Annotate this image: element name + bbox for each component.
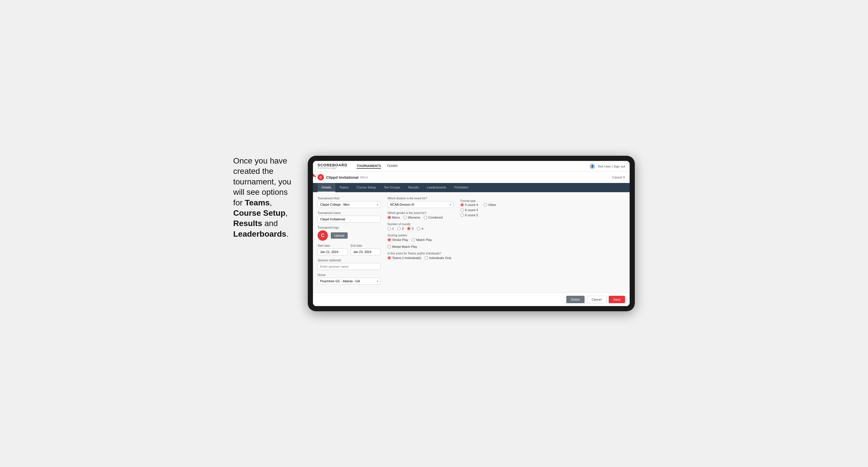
scoring-match[interactable]: Match Play — [412, 238, 432, 242]
tab-printables[interactable]: Printables — [451, 183, 472, 192]
tab-tee-groups[interactable]: Tee Groups — [380, 183, 404, 192]
nav-links: TOURNAMENTS TEAMS — [356, 164, 398, 169]
rounds-3[interactable]: 3 — [407, 227, 413, 230]
logo-icon: C — [317, 230, 328, 241]
start-date-field: Start date — [317, 244, 348, 255]
top-nav-right: 👤 Test User | Sign out — [589, 163, 625, 169]
gender-combined[interactable]: Combined — [424, 216, 443, 219]
teams-plus-individuals[interactable]: Teams (+Individuals) — [388, 256, 421, 259]
venue-group: Venue Peachtree GC - Atlanta - GA — [317, 273, 381, 285]
tournament-cancel-button[interactable]: Cancel X — [612, 176, 625, 179]
tournament-header: C Clippd Invitational (Men) Cancel X — [313, 172, 630, 183]
format-options: 5 count 4 Other 6 count 4 — [460, 203, 625, 217]
tablet-frame: SCOREBOARD Powered by clippd TOURNAMENTS… — [308, 156, 635, 311]
tournament-title: Clippd Invitational — [326, 175, 359, 180]
middle-column: Which division is the event for? NCAA Di… — [388, 197, 454, 288]
rounds-4[interactable]: 4 — [417, 227, 423, 230]
rounds-1[interactable]: 1 — [388, 227, 394, 230]
dates-group: Start date End date — [317, 244, 381, 255]
venue-select[interactable]: Peachtree GC - Atlanta - GA — [317, 278, 381, 285]
gender-mens[interactable]: Mens — [388, 216, 400, 219]
end-date-label: End date — [350, 244, 381, 247]
tournament-logo-label: Tournament logo — [317, 226, 381, 229]
tournament-name-group: Tournament name — [317, 211, 381, 223]
cancel-button[interactable]: Cancel — [587, 296, 607, 303]
start-date-input[interactable] — [317, 248, 348, 255]
sidebar-description: Once you have created the tournament, yo… — [233, 156, 296, 239]
tournament-icon: C — [317, 174, 324, 181]
rounds-2[interactable]: 2 — [397, 227, 404, 230]
individuals-only[interactable]: Individuals Only — [425, 256, 452, 259]
rounds-radio-group: 1 2 3 4 — [388, 227, 454, 230]
tournament-host-group: Tournament Host Clippd College - Men — [317, 197, 381, 208]
nav-teams[interactable]: TEAMS — [387, 164, 398, 169]
format-section: Format type 5 count 4 Other — [460, 197, 625, 218]
scoring-label: Scoring system — [388, 234, 454, 237]
logo-sub: Powered by clippd — [317, 167, 347, 169]
tab-course-setup[interactable]: Course Setup — [352, 183, 380, 192]
format-label: Format type — [460, 199, 475, 203]
format-6count4[interactable]: 6 count 4 — [460, 208, 478, 212]
right-column: Format type 5 count 4 Other — [460, 197, 625, 288]
teams-group: Is this event for Teams and/or Individua… — [388, 252, 454, 259]
venue-label: Venue — [317, 273, 381, 277]
nav-tournaments[interactable]: TOURNAMENTS — [356, 164, 381, 169]
teams-label: Is this event for Teams and/or Individua… — [388, 252, 454, 255]
form-footer: Delete Cancel Save — [313, 292, 630, 306]
user-sign-out[interactable]: Test User | Sign out — [597, 165, 625, 168]
tabs-bar: Details Teams Course Setup Tee Groups Re… — [313, 183, 630, 192]
division-select[interactable]: NCAA Division III — [388, 201, 454, 208]
tournament-host-select[interactable]: Clippd College - Men — [317, 201, 381, 208]
dates-row: Start date End date — [317, 244, 381, 255]
scoring-radio-group: Stroke Play Match Play Medal Match Play — [388, 238, 454, 248]
sponsor-label: Sponsor (optional) — [317, 259, 381, 262]
format-other[interactable]: Other — [484, 203, 496, 207]
tournament-name-label: Tournament name — [317, 211, 381, 215]
format-row-2: 6 count 4 — [460, 208, 625, 212]
tournament-host-label: Tournament Host — [317, 197, 381, 200]
end-date-field: End date — [350, 244, 381, 255]
tab-details[interactable]: Details — [317, 183, 335, 192]
logo-upload-area: C Upload — [317, 230, 381, 241]
tournament-name-input[interactable] — [317, 216, 381, 223]
gender-radio-group: Mens Womens Combined — [388, 216, 454, 219]
tournament-category: (Men) — [360, 176, 368, 179]
scoring-group: Scoring system Stroke Play Match Play — [388, 234, 454, 248]
format-6count5[interactable]: 6 count 5 — [460, 213, 478, 217]
teams-radio-group: Teams (+Individuals) Individuals Only — [388, 256, 454, 259]
gender-label: Which gender is the event for? — [388, 211, 454, 215]
scoring-stroke[interactable]: Stroke Play — [388, 238, 408, 242]
delete-button[interactable]: Delete — [566, 296, 585, 303]
top-nav: SCOREBOARD Powered by clippd TOURNAMENTS… — [313, 161, 630, 172]
user-avatar: 👤 — [589, 163, 595, 169]
main-content: Tournament Host Clippd College - Men Tou… — [313, 192, 630, 292]
save-button[interactable]: Save — [609, 296, 625, 303]
tab-results[interactable]: Results — [404, 183, 423, 192]
format-5count4[interactable]: 5 count 4 — [460, 203, 478, 207]
upload-button[interactable]: Upload — [331, 232, 348, 239]
rounds-label: Number of rounds — [388, 223, 454, 226]
sponsor-group: Sponsor (optional) — [317, 259, 381, 270]
format-row-1: 5 count 4 Other — [460, 203, 625, 207]
format-row-3: 6 count 5 — [460, 213, 625, 217]
left-column: Tournament Host Clippd College - Men Tou… — [317, 197, 381, 288]
tab-teams[interactable]: Teams — [335, 183, 352, 192]
rounds-group: Number of rounds 1 2 — [388, 223, 454, 230]
division-label: Which division is the event for? — [388, 197, 454, 200]
division-group: Which division is the event for? NCAA Di… — [388, 197, 454, 208]
scoring-medal[interactable]: Medal Match Play — [388, 245, 417, 248]
gender-womens[interactable]: Womens — [403, 216, 420, 219]
logo-area: SCOREBOARD Powered by clippd — [317, 163, 347, 169]
start-date-label: Start date — [317, 244, 348, 247]
gender-group: Which gender is the event for? Mens Wome… — [388, 211, 454, 219]
tab-leaderboards[interactable]: Leaderboards — [423, 183, 451, 192]
end-date-input[interactable] — [350, 248, 381, 255]
sponsor-input[interactable] — [317, 263, 381, 270]
tournament-logo-group: Tournament logo C Upload — [317, 226, 381, 241]
tablet-screen: SCOREBOARD Powered by clippd TOURNAMENTS… — [313, 161, 630, 306]
